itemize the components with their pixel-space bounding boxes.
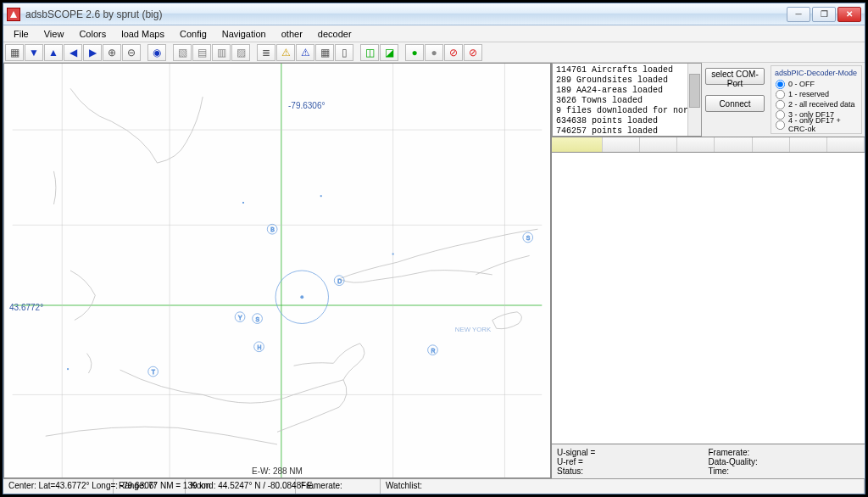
menu-view[interactable]: View xyxy=(37,27,71,41)
log-output: 114761 Aircrafts loaded 289 Groundsites … xyxy=(552,63,702,137)
list-icon[interactable]: ≣ xyxy=(257,44,275,61)
menu-navigation[interactable]: Navigation xyxy=(215,27,273,41)
down-arrow-icon[interactable]: ▼ xyxy=(25,44,43,61)
hazard-icon[interactable]: ⚠ xyxy=(296,44,314,61)
menu-colors[interactable]: Colors xyxy=(72,27,113,41)
ew-range-label: E-W: 288 NM xyxy=(252,466,303,476)
svg-text:B: B xyxy=(270,226,275,232)
svg-text:Y: Y xyxy=(238,315,242,321)
svg-text:R: R xyxy=(431,348,436,354)
menu-load-maps[interactable]: load Maps xyxy=(114,27,171,41)
app-window: adsbSCOPE 2.6 by sprut (big) ─ ❐ ✕ FileV… xyxy=(3,3,865,494)
menu-file[interactable]: File xyxy=(7,27,36,41)
radar-icon[interactable]: ◪ xyxy=(380,44,398,61)
svg-rect-28 xyxy=(242,202,244,204)
right-arrow-icon[interactable]: ▶ xyxy=(83,44,102,61)
console-icon[interactable]: ▯ xyxy=(335,44,353,61)
marker-icon[interactable]: ▥ xyxy=(212,44,231,61)
status-watchlist: Watchlist: xyxy=(381,479,865,494)
left-arrow-icon[interactable]: ◀ xyxy=(64,44,82,61)
map-canvas[interactable]: B D Y S H T R S NEW YORK -79.6306° xyxy=(3,63,551,478)
up-arrow-icon[interactable]: ▲ xyxy=(44,44,63,61)
menu-other[interactable]: other xyxy=(275,27,309,41)
select-com-port-button[interactable]: select COM-Port xyxy=(705,68,765,85)
svg-text:T: T xyxy=(152,369,156,375)
city-label: NEW YORK xyxy=(455,326,492,333)
zoom-out-icon[interactable]: ⊖ xyxy=(122,44,141,61)
window-title: adsbSCOPE 2.6 by sprut (big) xyxy=(25,8,787,20)
globe-icon[interactable]: ◉ xyxy=(147,44,166,61)
table-icon[interactable]: ▦ xyxy=(315,44,334,61)
signal-status-panel: U-signal = U-ref = Status: Framerate: Da… xyxy=(552,444,865,478)
runway-icon[interactable]: ▤ xyxy=(192,44,211,61)
antenna-icon[interactable]: ◫ xyxy=(360,44,379,61)
grid-icon[interactable]: ▦ xyxy=(5,44,24,61)
svg-text:S: S xyxy=(526,235,531,241)
svg-text:H: H xyxy=(258,344,262,350)
minimize-button[interactable]: ─ xyxy=(787,7,810,22)
status-center: Center: Lat=43.6772° Long=: -79.6306° xyxy=(3,479,114,494)
decoder-option-1[interactable]: 1 - reserved xyxy=(775,89,858,99)
aircraft-table-header xyxy=(552,137,865,153)
menubar: FileViewColorsload MapsConfigNavigationo… xyxy=(3,25,865,42)
svg-rect-30 xyxy=(320,195,322,197)
zoom-in-icon[interactable]: ⊕ xyxy=(103,44,121,61)
log-scrollbar[interactable] xyxy=(687,64,701,136)
warning-icon[interactable]: ⚠ xyxy=(276,44,295,61)
decoder-option-4[interactable]: 4 - only DF17 + CRC-ok xyxy=(775,120,858,130)
side-panel: 114761 Aircrafts loaded 289 Groundsites … xyxy=(551,63,865,478)
lat-label: 43.6772° xyxy=(9,303,43,312)
titlebar: adsbSCOPE 2.6 by sprut (big) ─ ❐ ✕ xyxy=(3,3,865,25)
menu-decoder[interactable]: decoder xyxy=(311,27,359,41)
toolbar: ▦▼▲◀▶⊕⊖◉▧▤▥▨≣⚠⚠▦▯◫◪●●⊘⊘ xyxy=(3,42,865,63)
status-red1-icon[interactable]: ⊘ xyxy=(444,44,463,61)
svg-rect-27 xyxy=(67,368,69,370)
maximize-button[interactable]: ❐ xyxy=(812,7,836,22)
lon-label: -79.6306° xyxy=(288,101,325,110)
svg-rect-29 xyxy=(392,254,394,255)
aircraft-list[interactable] xyxy=(552,153,865,444)
statusbar: Center: Lat=43.6772° Long=: -79.6306° Ra… xyxy=(3,478,865,494)
svg-text:S: S xyxy=(256,316,260,322)
decoder-mode-group: adsbPIC-Decoder-Mode 0 - OFF1 - reserved… xyxy=(771,65,862,134)
house-icon[interactable]: ▧ xyxy=(173,44,192,61)
svg-point-10 xyxy=(300,295,303,299)
status-koord: Koord: 44.5247° N / -80.0848° E xyxy=(186,479,296,494)
decoder-option-2[interactable]: 2 - all received data xyxy=(775,99,858,109)
svg-text:D: D xyxy=(337,278,342,284)
close-button[interactable]: ✕ xyxy=(837,7,861,22)
status-gray-icon[interactable]: ● xyxy=(425,44,443,61)
status-framerate: Framerate: xyxy=(296,479,381,494)
tower-icon[interactable]: ▨ xyxy=(231,44,250,61)
decoder-option-0[interactable]: 0 - OFF xyxy=(775,79,858,89)
status-green-icon[interactable]: ● xyxy=(405,44,424,61)
status-range: Range: 77 NM = 139 km xyxy=(114,479,186,494)
status-red2-icon[interactable]: ⊘ xyxy=(464,44,482,61)
app-icon xyxy=(7,8,20,21)
connect-button[interactable]: Connect xyxy=(705,95,765,112)
menu-config[interactable]: Config xyxy=(173,27,214,41)
